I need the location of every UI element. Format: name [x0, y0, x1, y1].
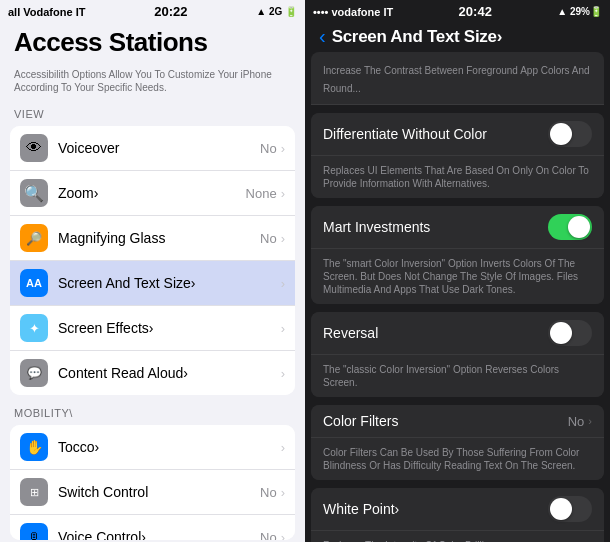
magnifying-row[interactable]: 🔎 Magnifying Glass No › — [10, 216, 295, 261]
color-filters-chevron: › — [588, 415, 592, 427]
voice-control-value: No — [260, 530, 277, 540]
right-carrier: •••• vodafone IT — [313, 6, 393, 18]
tocco-icon: ✋ — [20, 433, 48, 461]
zoom-chevron: › — [281, 186, 285, 201]
mart-group: Mart Investments The "smart Color Invers… — [311, 206, 604, 304]
white-point-sub: Reduces The Intensity Of Color Brillianc… — [311, 531, 604, 542]
white-point-toggle[interactable] — [548, 496, 592, 522]
voiceover-row[interactable]: 👁 Voiceover No › — [10, 126, 295, 171]
left-subtitle: Accessibilith Options Allow You To Custo… — [0, 62, 305, 98]
differentiate-toggle[interactable] — [548, 121, 592, 147]
switch-control-value: No — [260, 485, 277, 500]
differentiate-row[interactable]: Differentiate Without Color — [311, 113, 604, 156]
screen-effects-chevron: › — [281, 321, 285, 336]
mart-sub: The "smart Color Inversion" Option Inver… — [311, 249, 604, 304]
color-filters-row[interactable]: Color Filters No › — [311, 405, 604, 438]
color-filters-sub: Color Filters Can Be Used By Those Suffe… — [311, 438, 604, 480]
voiceover-label: Voiceover — [58, 140, 260, 156]
reversal-label: Reversal — [323, 325, 378, 341]
mart-row[interactable]: Mart Investments — [311, 206, 604, 249]
content-read-row[interactable]: 💬 Content Read Aloud› › — [10, 351, 295, 395]
zoom-label: Zoom› — [58, 185, 246, 201]
screen-effects-row[interactable]: ✦ Screen Effects› › — [10, 306, 295, 351]
magnifying-chevron: › — [281, 231, 285, 246]
screen-text-chevron: › — [281, 276, 285, 291]
screen-text-icon: AA — [20, 269, 48, 297]
voiceover-chevron: › — [281, 141, 285, 156]
back-button[interactable]: ‹ — [319, 25, 326, 48]
differentiate-group: Differentiate Without Color Replaces UI … — [311, 113, 604, 198]
screen-effects-icon: ✦ — [20, 314, 48, 342]
right-status-bar: •••• vodafone IT 20:42 ▲ 29%🔋 — [305, 0, 610, 21]
tocco-row[interactable]: ✋ Tocco› › — [10, 425, 295, 470]
voice-control-icon: 🎙 — [20, 523, 48, 540]
color-filters-group: Color Filters No › Color Filters Can Be … — [311, 405, 604, 480]
right-status-icons: ▲ 29%🔋 — [557, 6, 602, 17]
color-filters-label: Color Filters — [323, 413, 398, 429]
view-group: 👁 Voiceover No › 🔍 Zoom› None › 🔎 Magnif… — [10, 126, 295, 395]
section-label-mobility: MOBILITY\ — [0, 397, 305, 423]
tocco-label: Tocco› — [58, 439, 281, 455]
left-carrier: all Vodafone IT — [8, 6, 85, 18]
magnifying-icon: 🔎 — [20, 224, 48, 252]
zoom-value: None — [246, 186, 277, 201]
voiceover-icon: 👁 — [20, 134, 48, 162]
right-time: 20:42 — [459, 4, 492, 19]
switch-control-label: Switch Control — [58, 484, 260, 500]
section-label-view: VIEW — [0, 98, 305, 124]
right-panel: •••• vodafone IT 20:42 ▲ 29%🔋 ‹ Screen A… — [305, 0, 610, 542]
right-header: ‹ Screen And Text Size› — [305, 21, 610, 52]
mart-label: Mart Investments — [323, 219, 430, 235]
zoom-icon: 🔍 — [20, 179, 48, 207]
switch-control-icon: ⊞ — [20, 478, 48, 506]
color-filters-subtitle: Color Filters Can Be Used By Those Suffe… — [323, 446, 592, 472]
left-status-bar: all Vodafone IT 20:22 ▲ 2G 🔋 — [0, 0, 305, 21]
left-title: Access Stations — [14, 27, 291, 58]
differentiate-knob — [550, 123, 572, 145]
differentiate-subtitle: Replaces UI Elements That Are Based On O… — [323, 164, 592, 190]
voice-control-chevron: › — [281, 530, 285, 540]
mart-toggle[interactable] — [548, 214, 592, 240]
mart-subtitle: The "smart Color Inversion" Option Inver… — [323, 257, 592, 296]
screen-text-size-row[interactable]: AA Screen And Text Size› › — [10, 261, 295, 306]
right-title: Screen And Text Size› — [332, 27, 502, 47]
content-read-chevron: › — [281, 366, 285, 381]
left-status-icons: ▲ 2G 🔋 — [256, 6, 297, 17]
screen-effects-label: Screen Effects› — [58, 320, 281, 336]
top-note-row: Increase The Contrast Between Foreground… — [311, 52, 604, 105]
white-point-knob — [550, 498, 572, 520]
switch-control-chevron: › — [281, 485, 285, 500]
white-point-label: White Point› — [323, 501, 399, 517]
mart-knob — [568, 216, 590, 238]
color-filters-value: No — [568, 414, 585, 429]
content-read-label: Content Read Aloud› — [58, 365, 281, 381]
switch-control-row[interactable]: ⊞ Switch Control No › — [10, 470, 295, 515]
magnifying-label: Magnifying Glass — [58, 230, 260, 246]
reversal-toggle[interactable] — [548, 320, 592, 346]
tocco-chevron: › — [281, 440, 285, 455]
white-point-group: White Point› Reduces The Intensity Of Co… — [311, 488, 604, 542]
reversal-knob — [550, 322, 572, 344]
screen-text-label: Screen And Text Size› — [58, 275, 281, 291]
zoom-row[interactable]: 🔍 Zoom› None › — [10, 171, 295, 216]
mobility-group: ✋ Tocco› › ⊞ Switch Control No › 🎙 Voice… — [10, 425, 295, 540]
white-point-row[interactable]: White Point› — [311, 488, 604, 531]
differentiate-label: Differentiate Without Color — [323, 126, 487, 142]
reversal-subtitle: The "classic Color Inversion" Option Rev… — [323, 363, 592, 389]
reversal-row[interactable]: Reversal — [311, 312, 604, 355]
content-read-icon: 💬 — [20, 359, 48, 387]
left-time: 20:22 — [154, 4, 187, 19]
left-header: Access Stations — [0, 21, 305, 62]
reversal-group: Reversal The "classic Color Inversion" O… — [311, 312, 604, 397]
voice-control-row[interactable]: 🎙 Voice Control› No › — [10, 515, 295, 540]
magnifying-value: No — [260, 231, 277, 246]
left-panel: all Vodafone IT 20:22 ▲ 2G 🔋 Access Stat… — [0, 0, 305, 542]
voiceover-value: No — [260, 141, 277, 156]
reversal-sub: The "classic Color Inversion" Option Rev… — [311, 355, 604, 397]
right-scroll: Increase The Contrast Between Foreground… — [305, 52, 610, 542]
voice-control-label: Voice Control› — [58, 529, 260, 540]
top-note-text: Increase The Contrast Between Foreground… — [323, 65, 590, 94]
differentiate-sub: Replaces UI Elements That Are Based On O… — [311, 156, 604, 198]
